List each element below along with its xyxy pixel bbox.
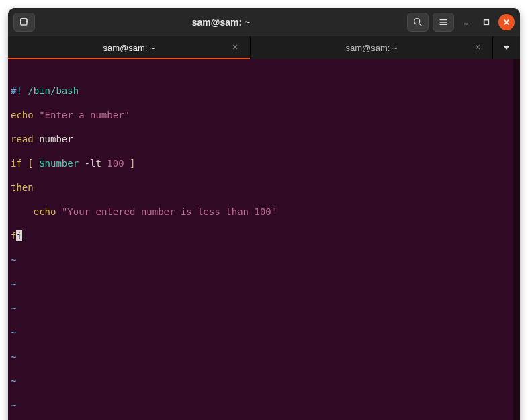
code-line-4: if [ $number -lt 100 ] — [11, 157, 517, 169]
empty-line-tilde: ~ — [11, 351, 517, 363]
svg-line-4 — [419, 24, 421, 26]
tab-2[interactable]: sam@sam: ~ × — [251, 36, 493, 59]
tab-close-icon[interactable]: × — [230, 42, 240, 53]
svg-point-3 — [414, 19, 420, 24]
tab-1[interactable]: sam@sam: ~ × — [8, 36, 251, 59]
search-button[interactable] — [407, 13, 429, 32]
scrollbar[interactable] — [513, 59, 520, 420]
close-button[interactable] — [498, 14, 515, 30]
tab-label: sam@sam: ~ — [345, 43, 397, 53]
empty-line-tilde: ~ — [11, 399, 517, 411]
tab-label: sam@sam: ~ — [103, 43, 155, 53]
new-tab-button[interactable] — [13, 13, 35, 32]
code-line-1: #! /bin/bash — [11, 85, 517, 97]
menu-button[interactable] — [433, 13, 454, 32]
code-line-3: read number — [11, 133, 517, 145]
code-line-2: echo "Enter a number" — [11, 109, 517, 121]
tab-bar: sam@sam: ~ × sam@sam: ~ × — [8, 36, 520, 59]
empty-line-tilde: ~ — [11, 302, 517, 314]
tab-dropdown-icon[interactable] — [493, 36, 520, 59]
tab-close-icon[interactable]: × — [472, 42, 483, 53]
window-title: sam@sam: ~ — [39, 17, 403, 28]
empty-line-tilde: ~ — [11, 375, 517, 387]
empty-line-tilde: ~ — [11, 254, 517, 266]
code-line-6: echo "Your entered number is less than 1… — [11, 206, 517, 218]
code-line-7: fi — [11, 230, 517, 242]
cursor: i — [16, 230, 21, 241]
terminal-content-editor[interactable]: #! /bin/bash echo "Enter a number" read … — [8, 59, 520, 420]
titlebar: sam@sam: ~ — [8, 8, 520, 36]
svg-marker-12 — [504, 46, 509, 50]
svg-rect-9 — [484, 20, 489, 25]
terminal-window-editor: sam@sam: ~ sam@sam: ~ × sam@sam: ~ — [8, 8, 520, 420]
minimize-button[interactable] — [458, 14, 474, 30]
empty-line-tilde: ~ — [11, 327, 517, 339]
maximize-button[interactable] — [478, 14, 494, 30]
code-line-5: then — [11, 181, 517, 194]
empty-line-tilde: ~ — [11, 278, 517, 290]
